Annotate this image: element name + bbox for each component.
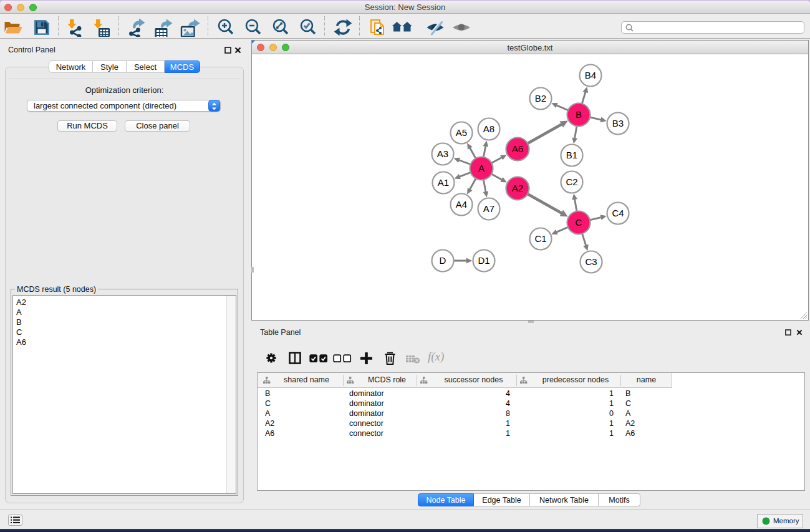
svg-text:B1: B1 <box>566 150 577 160</box>
svg-text:B3: B3 <box>612 118 624 128</box>
svg-text:C: C <box>576 217 582 228</box>
svg-text:B: B <box>576 109 582 120</box>
svg-text:A4: A4 <box>456 199 467 210</box>
svg-text:C4: C4 <box>612 208 624 218</box>
svg-text:A8: A8 <box>483 123 494 134</box>
svg-text:A2: A2 <box>512 183 523 193</box>
svg-text:B4: B4 <box>585 70 596 80</box>
svg-text:B2: B2 <box>535 93 546 104</box>
svg-text:A: A <box>478 163 485 173</box>
svg-text:A1: A1 <box>438 177 449 188</box>
svg-text:A6: A6 <box>512 143 523 154</box>
svg-text:C3: C3 <box>585 256 597 267</box>
svg-text:A3: A3 <box>437 148 448 159</box>
svg-text:D: D <box>440 255 446 266</box>
svg-text:A5: A5 <box>456 127 467 138</box>
svg-text:C2: C2 <box>566 177 577 187</box>
svg-text:A7: A7 <box>483 203 494 214</box>
svg-text:D1: D1 <box>478 255 489 266</box>
svg-text:C1: C1 <box>534 233 546 244</box>
